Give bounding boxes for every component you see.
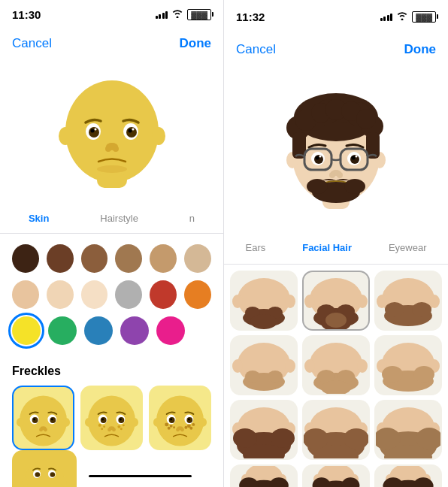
svg-point-65 bbox=[192, 423, 195, 426]
fh-row-3 bbox=[230, 400, 442, 460]
freckle-item-light[interactable] bbox=[80, 386, 143, 450]
svg-point-116 bbox=[357, 295, 368, 308]
fh-item-6[interactable] bbox=[374, 335, 442, 395]
svg-point-24 bbox=[51, 419, 53, 421]
freckles-label: Freckles bbox=[12, 364, 211, 378]
color-swatch-2[interactable] bbox=[47, 244, 74, 273]
left-signal-icon bbox=[156, 10, 168, 19]
svg-point-27 bbox=[44, 428, 47, 432]
svg-point-127 bbox=[412, 302, 431, 317]
svg-point-42 bbox=[117, 425, 120, 428]
svg-point-126 bbox=[385, 302, 404, 317]
color-swatch-16[interactable] bbox=[120, 316, 149, 345]
color-swatch-9[interactable] bbox=[81, 280, 108, 309]
svg-point-29 bbox=[85, 418, 92, 427]
fh-item-5[interactable] bbox=[302, 335, 370, 395]
color-swatch-5[interactable] bbox=[150, 244, 177, 273]
color-swatch-12[interactable] bbox=[184, 280, 211, 309]
svg-point-41 bbox=[103, 426, 105, 428]
fh-item-4[interactable] bbox=[230, 335, 298, 395]
color-swatch-6[interactable] bbox=[184, 244, 211, 273]
svg-point-136 bbox=[357, 359, 368, 373]
svg-point-54 bbox=[188, 419, 190, 421]
fh-row-2 bbox=[230, 335, 442, 395]
left-battery-icon: ▓▓▓ bbox=[187, 9, 211, 20]
left-cancel-button[interactable]: Cancel bbox=[12, 36, 52, 51]
tab-left-misc[interactable]: n bbox=[185, 208, 199, 228]
tab-skin[interactable]: Skin bbox=[24, 208, 53, 228]
tab-eyewear[interactable]: Eyewear bbox=[384, 237, 431, 258]
svg-point-11 bbox=[132, 128, 134, 130]
svg-point-47 bbox=[153, 418, 161, 427]
color-swatch-3[interactable] bbox=[81, 244, 108, 273]
freckles-row bbox=[12, 386, 211, 450]
svg-point-38 bbox=[107, 428, 111, 432]
svg-point-1 bbox=[59, 127, 72, 145]
svg-point-121 bbox=[325, 313, 347, 328]
color-grid bbox=[0, 234, 223, 358]
svg-point-26 bbox=[39, 428, 43, 432]
svg-point-9 bbox=[128, 129, 132, 132]
color-swatch-4[interactable] bbox=[115, 244, 142, 273]
tab-facial-hair[interactable]: Facial Hair bbox=[298, 237, 356, 258]
fh-row-1 bbox=[230, 271, 442, 331]
freckle-item-medium[interactable] bbox=[149, 386, 211, 450]
left-wifi-icon bbox=[171, 9, 183, 20]
svg-point-14 bbox=[113, 146, 119, 152]
freckles-slider[interactable] bbox=[83, 450, 211, 487]
color-row-3 bbox=[12, 316, 211, 345]
fh-item-10[interactable] bbox=[230, 464, 298, 487]
svg-point-64 bbox=[189, 427, 192, 430]
fh-item-7[interactable] bbox=[230, 400, 298, 460]
svg-point-152 bbox=[271, 428, 295, 448]
color-swatch-13[interactable] bbox=[12, 316, 41, 345]
svg-point-129 bbox=[232, 359, 243, 373]
right-avatar bbox=[276, 89, 396, 209]
svg-point-35 bbox=[101, 419, 104, 421]
left-done-button[interactable]: Done bbox=[180, 36, 212, 51]
svg-point-61 bbox=[173, 427, 175, 429]
color-swatch-8[interactable] bbox=[47, 280, 74, 309]
color-swatch-1[interactable] bbox=[12, 244, 39, 273]
fh-item-3[interactable] bbox=[374, 271, 442, 331]
svg-point-106 bbox=[344, 179, 365, 194]
svg-point-23 bbox=[33, 419, 35, 421]
svg-point-145 bbox=[382, 366, 403, 383]
left-nav-bar: Cancel Done bbox=[0, 29, 223, 59]
svg-point-13 bbox=[105, 146, 111, 152]
right-done-button[interactable]: Done bbox=[404, 42, 437, 57]
svg-rect-3 bbox=[97, 173, 127, 188]
svg-point-60 bbox=[168, 427, 171, 430]
fh-item-2[interactable] bbox=[302, 271, 370, 331]
color-swatch-14[interactable] bbox=[48, 316, 77, 345]
svg-point-8 bbox=[90, 129, 94, 132]
color-swatch-15[interactable] bbox=[84, 316, 113, 345]
svg-point-135 bbox=[304, 359, 315, 373]
svg-point-95 bbox=[314, 155, 323, 164]
right-status-bar: 11:32 ▓▓▓ bbox=[224, 0, 448, 33]
fh-item-8[interactable] bbox=[302, 400, 370, 460]
fh-item-11[interactable] bbox=[302, 464, 370, 487]
svg-point-124 bbox=[429, 295, 440, 308]
freckles-section: Freckles bbox=[0, 358, 223, 450]
svg-point-53 bbox=[170, 419, 172, 421]
svg-point-96 bbox=[350, 155, 359, 164]
tab-ears[interactable]: Ears bbox=[241, 237, 270, 258]
svg-point-59 bbox=[170, 425, 173, 428]
fh-item-1[interactable] bbox=[230, 271, 298, 331]
color-swatch-11[interactable] bbox=[150, 280, 177, 309]
freckle-item-none[interactable] bbox=[12, 386, 74, 450]
color-swatch-17[interactable] bbox=[156, 316, 185, 345]
color-swatch-7[interactable] bbox=[12, 280, 39, 309]
facial-hair-grid bbox=[224, 265, 448, 487]
right-time: 11:32 bbox=[236, 11, 265, 23]
color-swatch-10[interactable] bbox=[115, 280, 142, 309]
freckle-partial-item[interactable] bbox=[12, 450, 77, 487]
left-avatar-area bbox=[0, 59, 223, 204]
svg-point-132 bbox=[245, 371, 260, 383]
fh-item-9[interactable] bbox=[374, 400, 442, 460]
fh-item-12[interactable] bbox=[374, 464, 442, 487]
tab-hairstyle[interactable]: Hairstyle bbox=[95, 208, 143, 228]
svg-point-159 bbox=[344, 428, 368, 449]
right-cancel-button[interactable]: Cancel bbox=[236, 42, 276, 57]
